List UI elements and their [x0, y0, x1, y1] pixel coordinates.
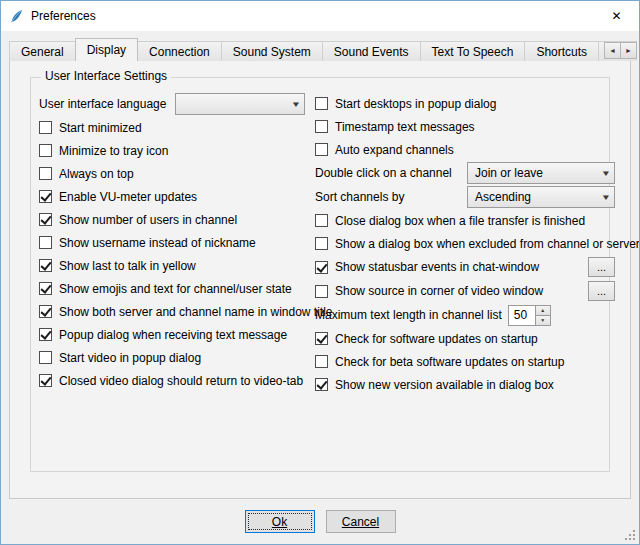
sort-channels-label: Sort channels by [315, 190, 404, 204]
row-popup-text-message: Popup dialog when receiving text message [39, 323, 311, 346]
checkbox-label: Timestamp text messages [335, 120, 475, 134]
tab-text-to-speech[interactable]: Text To Speech [420, 41, 526, 61]
tab-sound-system[interactable]: Sound System [221, 41, 323, 61]
checkbox-username-instead-nickname[interactable] [39, 236, 52, 249]
tab-sound-events[interactable]: Sound Events [322, 41, 421, 61]
titlebar: Preferences ✕ [1, 1, 639, 31]
tab-scroll-left-icon[interactable] [604, 42, 621, 59]
tab-display[interactable]: Display [75, 38, 138, 61]
display-tab-panel: User Interface Settings User interface l… [9, 60, 631, 499]
app-icon [8, 8, 25, 25]
row-sort-channels: Sort channels by Ascending [315, 185, 615, 209]
checkbox-desktops-popup[interactable] [315, 97, 328, 110]
row-minimize-to-tray: Minimize to tray icon [39, 139, 311, 162]
checkbox-label: Show statusbar events in chat-window [335, 260, 539, 274]
language-select[interactable] [175, 93, 305, 115]
checkbox-label: Show a dialog box when excluded from cha… [335, 237, 640, 251]
checkbox-label: Start minimized [59, 121, 142, 135]
spinner-arrows [535, 305, 551, 326]
group-title: User Interface Settings [41, 69, 171, 83]
checkbox-start-video-popup[interactable] [39, 351, 52, 364]
checkbox-popup-text-message[interactable] [39, 328, 52, 341]
video-source-config-button[interactable]: ... [588, 281, 615, 301]
checkbox-show-user-count[interactable] [39, 213, 52, 226]
checkbox-label: Show number of users in channel [59, 213, 237, 227]
row-software-updates: Check for software updates on startup [315, 327, 615, 350]
checkbox-video-source-corner[interactable] [315, 285, 328, 298]
tab-general[interactable]: General [9, 41, 76, 61]
checkbox-label: Show emojis and text for channel/user st… [59, 282, 292, 296]
row-video-popup: Start video in popup dialog [39, 346, 311, 369]
row-statusbar-events: Show statusbar events in chat-window ... [315, 255, 615, 279]
checkbox-start-minimized[interactable] [39, 121, 52, 134]
row-always-on-top: Always on top [39, 162, 311, 185]
checkbox-label: Auto expand channels [335, 143, 454, 157]
checkbox-label: Enable VU-meter updates [59, 190, 197, 204]
row-last-to-talk: Show last to talk in yellow [39, 254, 311, 277]
tab-connection[interactable]: Connection [137, 41, 222, 61]
checkbox-statusbar-events[interactable] [315, 261, 328, 274]
checkbox-server-channel-in-title[interactable] [39, 305, 52, 318]
checkbox-close-on-transfer[interactable] [315, 214, 328, 227]
checkbox-minimize-to-tray[interactable] [39, 144, 52, 157]
row-user-count: Show number of users in channel [39, 208, 311, 231]
row-video-return-tab: Closed video dialog should return to vid… [39, 369, 311, 392]
checkbox-label: Close dialog box when a file transfer is… [335, 214, 585, 228]
cancel-button[interactable]: Cancel [326, 510, 396, 533]
checkbox-label: Show both server and channel name in win… [59, 305, 333, 319]
checkbox-last-to-talk-yellow[interactable] [39, 259, 52, 272]
chevron-down-icon [597, 163, 614, 183]
footer-buttons: Ok Cancel [1, 510, 639, 533]
checkbox-emojis-text-state[interactable] [39, 282, 52, 295]
max-text-length-input[interactable]: 50 [508, 305, 535, 326]
checkbox-auto-expand-channels[interactable] [315, 143, 328, 156]
ok-button-label: Ok [272, 515, 287, 529]
checkbox-timestamp-messages[interactable] [315, 120, 328, 133]
row-window-title: Show both server and channel name in win… [39, 300, 311, 323]
close-icon: ✕ [611, 9, 621, 23]
checkbox-label: Closed video dialog should return to vid… [59, 374, 303, 388]
checkbox-label: Start desktops in popup dialog [335, 97, 496, 111]
max-text-length-spinner: 50 [508, 305, 551, 326]
cancel-button-label: Cancel [342, 515, 379, 529]
chevron-down-icon [287, 94, 304, 114]
window-title: Preferences [31, 9, 96, 23]
row-close-on-transfer: Close dialog box when a file transfer is… [315, 209, 615, 232]
checkbox-excluded-dialog[interactable] [315, 237, 328, 250]
row-video-source-corner: Show source in corner of video window ..… [315, 279, 615, 303]
statusbar-events-config-button[interactable]: ... [588, 257, 615, 277]
checkbox-label: Show new version available in dialog box [335, 378, 554, 392]
row-max-text-length: Maximum text length in channel list 50 [315, 303, 615, 327]
tab-shortcuts[interactable]: Shortcuts [524, 41, 599, 61]
checkbox-beta-updates[interactable] [315, 355, 328, 368]
spinner-down-icon[interactable] [535, 316, 551, 326]
preferences-window: Preferences ✕ General Display Connection… [0, 0, 640, 545]
right-column: Start desktops in popup dialog Timestamp… [315, 92, 615, 396]
row-username-nickname: Show username instead of nickname [39, 231, 311, 254]
double-click-select[interactable]: Join or leave [467, 162, 615, 184]
user-interface-settings-group: User Interface Settings User interface l… [30, 77, 610, 472]
spinner-up-icon[interactable] [535, 305, 551, 316]
row-beta-updates: Check for beta software updates on start… [315, 350, 615, 373]
ok-button[interactable]: Ok [245, 510, 315, 533]
resize-grip[interactable] [623, 528, 635, 540]
row-start-minimized: Start minimized [39, 116, 311, 139]
checkbox-label: Start video in popup dialog [59, 351, 201, 365]
language-label: User interface language [39, 97, 175, 111]
row-timestamp-messages: Timestamp text messages [315, 115, 615, 138]
tab-bar: General Display Connection Sound System … [9, 38, 637, 61]
checkbox-always-on-top[interactable] [39, 167, 52, 180]
row-double-click: Double click on a channel Join or leave [315, 161, 615, 185]
checkbox-software-updates[interactable] [315, 332, 328, 345]
checkbox-closed-video-return[interactable] [39, 374, 52, 387]
checkbox-new-version-dialog[interactable] [315, 378, 328, 391]
sort-channels-select[interactable]: Ascending [467, 186, 615, 208]
double-click-value: Join or leave [475, 166, 543, 180]
tab-scroll-right-icon[interactable] [620, 42, 637, 59]
checkbox-label: Minimize to tray icon [59, 144, 168, 158]
checkbox-label: Show last to talk in yellow [59, 259, 196, 273]
row-desktops-popup: Start desktops in popup dialog [315, 92, 615, 115]
checkbox-vu-meter-updates[interactable] [39, 190, 52, 203]
chevron-down-icon [597, 187, 614, 207]
close-button[interactable]: ✕ [594, 1, 639, 31]
